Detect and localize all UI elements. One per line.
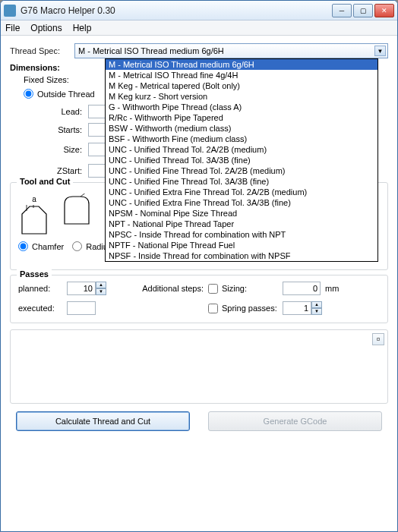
svg-line-3: [81, 194, 87, 197]
spin-down-icon[interactable]: ▼: [96, 288, 106, 295]
generate-gcode-button[interactable]: Generate GCode: [208, 411, 382, 431]
additional-steps-label: Additional steps:: [125, 284, 208, 293]
maximize-button[interactable]: ▢: [353, 4, 373, 17]
menubar: File Options Help: [1, 20, 397, 36]
thread-spec-dropdown[interactable]: M - Metrical ISO Thread medium 6g/6HM - …: [105, 58, 378, 262]
dropdown-option[interactable]: M Keg - Metrical tapered (Bolt only): [106, 80, 377, 91]
planned-label: planned:: [18, 284, 67, 293]
executed-label: executed:: [18, 304, 67, 313]
radius-shape: [61, 194, 93, 225]
tool-and-cut-title: Tool and Cut: [17, 177, 73, 186]
sizing-label: Sizing:: [222, 284, 283, 293]
spring-input[interactable]: [283, 301, 311, 315]
sizing-checkbox[interactable]: [208, 284, 218, 294]
dropdown-option[interactable]: UNC - Unified Fine Thread Tol. 3A/3B (fi…: [106, 176, 377, 187]
passes-group: Passes planned: ▲▼ Additional steps: Siz…: [10, 275, 388, 323]
spin-down-icon[interactable]: ▼: [311, 308, 322, 315]
radius-radio[interactable]: [72, 241, 82, 251]
thread-spec-value: M - Metrical ISO Thread medium 6g/6H: [78, 46, 224, 55]
app-window: G76 Macro Helper 0.30 ─ ▢ ✕ File Options…: [0, 0, 398, 532]
close-button[interactable]: ✕: [374, 4, 394, 17]
planned-input[interactable]: [67, 282, 96, 295]
menu-file[interactable]: File: [5, 23, 20, 33]
spring-passes-label: Spring passes:: [222, 304, 283, 313]
menu-options[interactable]: Options: [30, 23, 62, 33]
unit-mm: mm: [322, 284, 343, 293]
chevron-down-icon: ▼: [374, 46, 386, 56]
dropdown-option[interactable]: M - Metrical ISO Thread fine 4g/4H: [106, 70, 377, 80]
dropdown-option[interactable]: NPSC - Inside Thread for combination wit…: [106, 229, 377, 240]
dropdown-option[interactable]: UNC - Unified Fine Thread Tol. 2A/2B (me…: [106, 165, 377, 176]
sizing-input[interactable]: [283, 282, 321, 295]
dropdown-option[interactable]: NPSF - Inside Thread for combination wit…: [106, 250, 377, 261]
spring-passes-checkbox[interactable]: [208, 304, 218, 313]
dropdown-option[interactable]: BSF - Withworth Fine (medium class): [106, 134, 377, 144]
minimize-button[interactable]: ─: [332, 4, 352, 17]
dropdown-option[interactable]: NPSM - Nominal Pipe Size Thread: [106, 208, 377, 219]
chamfer-radio[interactable]: [18, 241, 28, 251]
app-icon: [4, 5, 16, 17]
shape-a-label: a: [32, 195, 36, 203]
dropdown-option[interactable]: UNC - Unified Extra Fine Thread Tol. 2A/…: [106, 187, 377, 197]
planned-spinner[interactable]: ▲▼: [67, 282, 106, 295]
outside-thread-radio[interactable]: [24, 89, 33, 99]
chamfer-label: Chamfer: [32, 242, 64, 251]
dropdown-option[interactable]: M - Metrical ISO Thread medium 6g/6H: [106, 59, 377, 70]
dropdown-option[interactable]: G - Withworth Pipe Thread (class A): [106, 102, 377, 112]
spin-up-icon[interactable]: ▲: [96, 282, 106, 288]
menu-help[interactable]: Help: [73, 23, 92, 33]
dropdown-option[interactable]: R/Rc - Withworth Pipe Tapered: [106, 112, 377, 123]
expand-button[interactable]: ¤: [372, 333, 384, 345]
executed-input[interactable]: [67, 301, 96, 315]
spring-spinner[interactable]: ▲▼: [283, 301, 322, 315]
titlebar: G76 Macro Helper 0.30 ─ ▢ ✕: [1, 1, 397, 20]
lead-label: Lead:: [24, 107, 88, 116]
dropdown-option[interactable]: BSW - Withworth (medium class): [106, 123, 377, 134]
size-label: Size:: [24, 145, 88, 154]
outside-thread-label: Outside Thread: [37, 90, 95, 99]
dropdown-option[interactable]: NPT - National Pipe Thread Taper: [106, 219, 377, 229]
dropdown-option[interactable]: UNC - Unified Thread Tol. 2A/2B (medium): [106, 144, 377, 155]
thread-spec-select[interactable]: M - Metrical ISO Thread medium 6g/6H ▼: [74, 43, 388, 58]
thread-spec-label: Thread Spec:: [10, 46, 74, 55]
spin-up-icon[interactable]: ▲: [311, 301, 322, 308]
zstart-label: ZStart:: [24, 166, 88, 175]
chamfer-shape: a: [18, 194, 50, 235]
window-title: G76 Macro Helper 0.30: [21, 5, 332, 16]
client-area: Thread Spec: M - Metrical ISO Thread med…: [1, 36, 397, 531]
starts-label: Starts:: [24, 125, 88, 134]
calculate-button[interactable]: Calculate Thread and Cut: [16, 411, 190, 431]
output-area: ¤: [10, 329, 388, 404]
svg-marker-0: [22, 206, 46, 234]
dropdown-option[interactable]: M Keg kurz - Short version: [106, 91, 377, 102]
dropdown-option[interactable]: UNC - Unified Extra Fine Thread Tol. 3A/…: [106, 197, 377, 208]
dropdown-option[interactable]: NPTF - National Pipe Thread Fuel: [106, 240, 377, 250]
passes-title: Passes: [17, 269, 52, 279]
dropdown-option[interactable]: UNC - Unified Thread Tol. 3A/3B (fine): [106, 155, 377, 165]
window-buttons: ─ ▢ ✕: [332, 4, 394, 17]
